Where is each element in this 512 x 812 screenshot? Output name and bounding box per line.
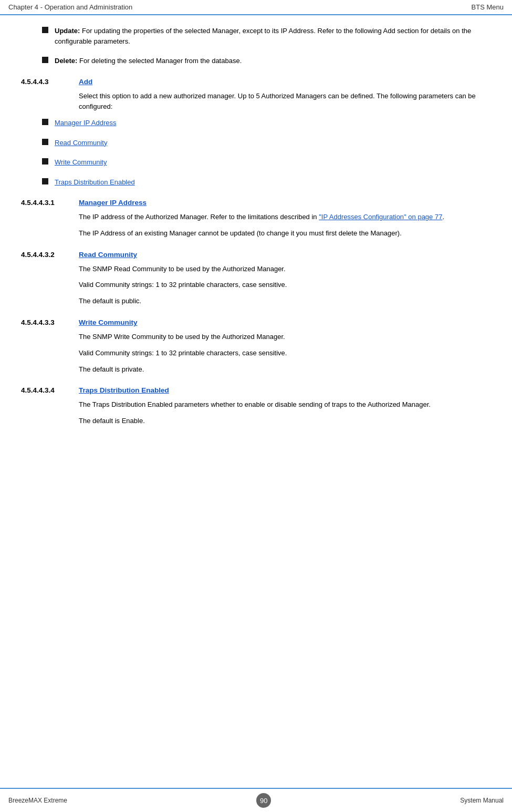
section-443-text: Select this option to add a new authoriz… [79,92,476,111]
section-4433-body3: The default is private. [79,364,491,375]
bullet-text-traps: Traps Distribution Enabled [55,177,135,188]
update-bold: Update: [55,27,80,35]
delete-text: For deleting the selected Manager from t… [77,57,242,65]
section-4434-header: 4.5.4.4.3.4 Traps Distribution Enabled [21,386,491,394]
section-4433-number: 4.5.4.4.3.3 [21,318,79,326]
ip-config-link[interactable]: "IP Addresses Configuration" on page 77 [319,213,442,221]
bullet-icon-traps [42,178,48,184]
section-4433-text1: The SNMP Write Community to be used by t… [79,333,285,341]
section-4432-body3: The default is public. [79,296,491,307]
section-443-number: 4.5.4.4.3 [21,78,79,86]
section-4432-number: 4.5.4.4.3.2 [21,251,79,259]
link-read-community[interactable]: Read Community [55,139,107,147]
bullet-icon-manager-ip [42,119,48,125]
bullet-icon-write-community [42,158,48,165]
section-4432-title: Read Community [79,251,137,259]
bullet-text-write-community: Write Community [55,157,107,168]
main-content: Update: For updating the properties of t… [0,15,512,464]
section-4433-text3: The default is private. [79,365,144,373]
page-footer: BreezeMAX Extreme 90 System Manual [0,788,512,812]
section-4431-title: Manager IP Address [79,199,147,207]
section-4434-text2: The default is Enable. [79,417,145,425]
page-header: Chapter 4 - Operation and Administration… [0,0,512,15]
section-443-header: 4.5.4.4.3 Add [21,78,491,86]
section-4432-header: 4.5.4.4.3.2 Read Community [21,251,491,259]
section-4433-text2: Valid Community strings: 1 to 32 printab… [79,349,287,357]
section-443-body: Select this option to add a new authoriz… [79,91,491,113]
section-4433-body1: The SNMP Write Community to be used by t… [79,332,491,343]
header-chapter: Chapter 4 - Operation and Administration [8,3,132,11]
section-4433-title: Write Community [79,318,138,326]
section-4434-text1: The Traps Distribution Enabled parameter… [79,400,431,408]
section-443-title: Add [79,78,92,86]
link-traps[interactable]: Traps Distribution Enabled [55,178,135,186]
section-4431-number: 4.5.4.4.3.1 [21,199,79,207]
section-4431-body2: The IP Address of an existing Manager ca… [79,228,491,239]
bullet-icon-update [42,27,48,33]
bullet-update: Update: For updating the properties of t… [42,26,491,46]
section-4431-body1: The IP address of the Authorized Manager… [79,212,491,223]
section-4432-text1: The SNMP Read Community to be used by th… [79,265,286,273]
bullet-text-manager-ip: Manager IP Address [55,118,117,128]
footer-left: BreezeMAX Extreme [8,797,67,804]
section-4431-text2: The IP Address of an existing Manager ca… [79,229,402,237]
section-4432-body1: The SNMP Read Community to be used by th… [79,264,491,275]
section-4431-header: 4.5.4.4.3.1 Manager IP Address [21,199,491,207]
section-4432-body2: Valid Community strings: 1 to 32 printab… [79,280,491,291]
section-4433-header: 4.5.4.4.3.3 Write Community [21,318,491,326]
header-section: BTS Menu [472,3,504,11]
section-4432-text2: Valid Community strings: 1 to 32 printab… [79,281,287,289]
update-text: For updating the properties of the selec… [55,27,471,45]
bullet-icon-delete [42,57,48,63]
section-4434-number: 4.5.4.4.3.4 [21,386,79,394]
bullet-text-read-community: Read Community [55,138,107,148]
section-4434-body1: The Traps Distribution Enabled parameter… [79,399,491,410]
section-4434-body2: The default is Enable. [79,416,491,427]
bullet-read-community: Read Community [42,138,491,148]
bullet-text-update: Update: For updating the properties of t… [55,26,491,46]
footer-right: System Manual [460,797,504,804]
delete-bold: Delete: [55,57,77,65]
bullet-text-delete: Delete: For deleting the selected Manage… [55,56,242,66]
section-4433-body2: Valid Community strings: 1 to 32 printab… [79,348,491,359]
bullet-manager-ip: Manager IP Address [42,118,491,128]
bullet-icon-read-community [42,139,48,145]
bullet-delete: Delete: For deleting the selected Manage… [42,56,491,66]
link-write-community[interactable]: Write Community [55,158,107,166]
page-number-badge: 90 [256,793,271,808]
footer-page-number: 90 [256,793,271,808]
section-4434-title: Traps Distribution Enabled [79,386,169,394]
bullet-write-community: Write Community [42,157,491,168]
bullet-traps: Traps Distribution Enabled [42,177,491,188]
link-manager-ip[interactable]: Manager IP Address [55,119,117,127]
section-4432-text3: The default is public. [79,297,141,305]
